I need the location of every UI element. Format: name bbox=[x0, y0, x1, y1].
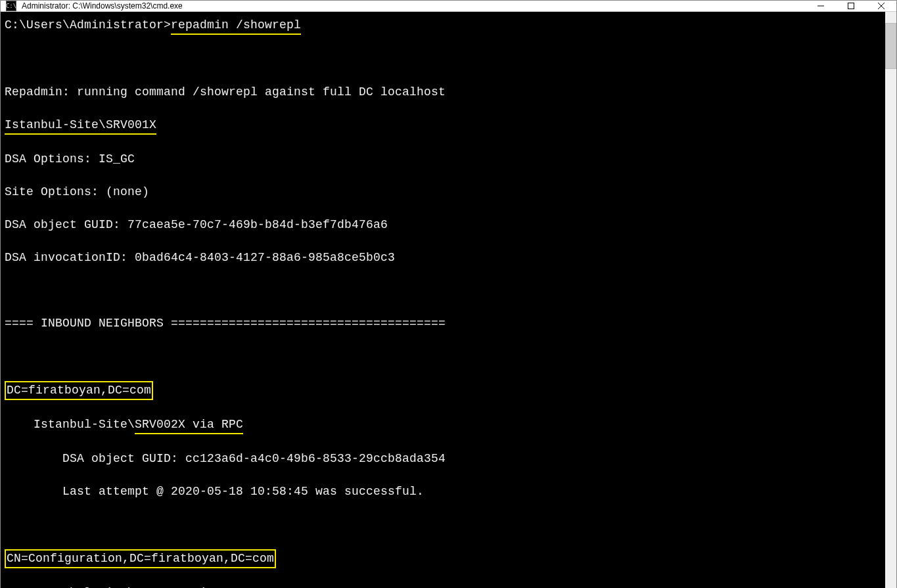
console-area: C:\Users\Administrator>repadmin /showrep… bbox=[1, 12, 896, 588]
command-text: repadmin /showrepl bbox=[171, 17, 301, 35]
site-options: Site Options: (none) bbox=[5, 184, 885, 200]
inbound-header: ==== INBOUND NEIGHBORS =================… bbox=[5, 315, 885, 332]
site-link: SRV002X via RPC bbox=[135, 417, 243, 434]
svg-line-3 bbox=[878, 3, 885, 9]
prompt-path: C:\Users\Administrator> bbox=[5, 18, 171, 32]
site-dc: Istanbul-Site\SRV001X bbox=[5, 117, 156, 135]
dsa-invocation: DSA invocationID: 0bad64c4-8403-4127-88a… bbox=[5, 250, 885, 266]
window-title: Administrator: C:\Windows\system32\cmd.e… bbox=[20, 1, 806, 11]
dsa-object-guid: DSA object GUID: cc123a6d-a4c0-49b6-8533… bbox=[5, 451, 885, 467]
scroll-thumb[interactable] bbox=[885, 23, 896, 69]
vertical-scrollbar[interactable] bbox=[885, 12, 896, 588]
dsa-options: DSA Options: IS_GC bbox=[5, 151, 885, 168]
partition-dn: CN=Configuration,DC=firatboyan,DC=com bbox=[5, 549, 276, 568]
site-prefix: Istanbul-Site\ bbox=[5, 418, 135, 431]
close-button[interactable] bbox=[866, 1, 896, 11]
window-controls bbox=[806, 1, 896, 11]
svg-rect-1 bbox=[848, 3, 854, 9]
last-attempt: Last attempt @ 2020-05-18 10:58:45 was s… bbox=[5, 484, 885, 500]
cmd-window: C:\ Administrator: C:\Windows\system32\c… bbox=[0, 0, 897, 588]
minimize-button[interactable] bbox=[806, 1, 836, 11]
svg-line-2 bbox=[878, 3, 885, 9]
console-output[interactable]: C:\Users\Administrator>repadmin /showrep… bbox=[1, 12, 885, 588]
titlebar[interactable]: C:\ Administrator: C:\Windows\system32\c… bbox=[1, 1, 896, 12]
cmd-icon: C:\ bbox=[6, 1, 16, 11]
running-line: Repadmin: running command /showrepl agai… bbox=[5, 84, 885, 101]
site-link: SRV002X via RPC bbox=[135, 585, 243, 588]
partition-dn: DC=firatboyan,DC=com bbox=[5, 381, 153, 400]
maximize-button[interactable] bbox=[836, 1, 866, 11]
dsa-guid: DSA object GUID: 77caea5e-70c7-469b-b84d… bbox=[5, 217, 885, 233]
